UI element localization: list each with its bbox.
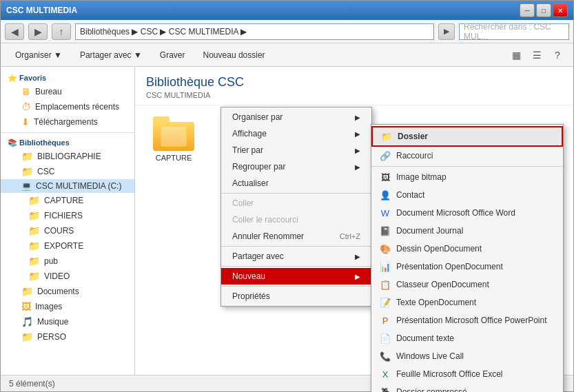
- sidebar-section-bibliotheques[interactable]: 📚 Bibliothèques: [1, 136, 134, 149]
- address-path[interactable]: Bibliothèques ▶ CSC ▶ CSC MULTIMEDIA ▶: [75, 23, 434, 40]
- sub-label-texte: Texte OpenDocument: [396, 298, 476, 307]
- ctx-coller-raccourci[interactable]: Coller le raccourci: [221, 212, 371, 228]
- title-bar-buttons: ─ □ ✕: [520, 3, 568, 17]
- sidebar-item-exporte[interactable]: 📁 EXPORTE: [1, 238, 134, 254]
- word-icon: W: [380, 207, 391, 218]
- content-subtitle: CSC MULTIMEDIA: [146, 91, 562, 99]
- sub-label-windows-live: Windows Live Call: [396, 351, 464, 361]
- sub-item-journal[interactable]: 📓 Document Journal: [371, 222, 563, 240]
- sub-item-bitmap[interactable]: 🖼 Image bitmap: [371, 168, 563, 186]
- sub-label-contact: Contact: [396, 190, 424, 200]
- raccourci-icon: 🔗: [380, 150, 391, 161]
- sub-item-contact[interactable]: 👤 Contact: [371, 186, 563, 204]
- sidebar-item-documents[interactable]: 📁 Documents: [1, 284, 134, 299]
- sub-label-dessin: Dessin OpenDocument: [396, 244, 482, 254]
- folder-submenu-icon: 📁: [381, 131, 392, 142]
- go-button[interactable]: ▶: [438, 23, 455, 40]
- back-button[interactable]: ◀: [5, 23, 24, 40]
- sub-item-excel[interactable]: X Feuille Microsoft Office Excel: [371, 365, 563, 383]
- sub-sep-1: [371, 166, 563, 167]
- sidebar-item-pub[interactable]: 📁 pub: [1, 254, 134, 269]
- toolbar: Organiser ▼ Partager avec ▼ Graver Nouve…: [1, 43, 573, 67]
- sub-label-powerpoint: Présentation Microsoft Office PowerPoint: [396, 316, 547, 325]
- ctx-organiser-par[interactable]: Organiser par▶: [221, 109, 371, 125]
- sub-label-bitmap: Image bitmap: [396, 172, 447, 182]
- sidebar-section-favoris[interactable]: ⭐ Favoris: [1, 71, 134, 84]
- sub-label-classeur: Classeur OpenDocument: [396, 280, 489, 289]
- ctx-annuler-renommer[interactable]: Annuler RenommerCtrl+Z: [221, 228, 371, 245]
- sub-label-raccourci: Raccourci: [396, 151, 433, 161]
- ctx-sep-2: [221, 246, 371, 247]
- sub-label-compresse: Dossier compressé: [396, 387, 467, 392]
- content-title: Bibliothèque CSC: [146, 75, 562, 90]
- doc-texte-icon: 📄: [380, 333, 391, 344]
- sidebar: ⭐ Favoris 🖥 Bureau ⏱ Emplacements récent…: [1, 67, 135, 375]
- sub-item-presentation-opendoc[interactable]: 📊 Présentation OpenDocument: [371, 258, 563, 276]
- toolbar-right: ▦ ☰ ?: [507, 47, 566, 63]
- view-list-button[interactable]: ☰: [528, 47, 546, 63]
- sidebar-item-perso[interactable]: 📁 PERSO: [1, 329, 134, 344]
- sidebar-item-csc[interactable]: 📁 CSC: [1, 164, 134, 179]
- sidebar-item-bibliographie[interactable]: 📁 BIBLIOGRAPHIE: [1, 149, 134, 164]
- ctx-partager-avec[interactable]: Partager avec▶: [221, 248, 371, 265]
- ctx-sep-1: [221, 193, 371, 194]
- file-label-capture: CAPTURE: [156, 154, 192, 162]
- ctx-regrouper-par[interactable]: Regrouper par▶: [221, 158, 371, 175]
- sub-item-dossier[interactable]: 📁 Dossier: [371, 126, 563, 147]
- ctx-affichage[interactable]: Affichage▶: [221, 125, 371, 142]
- sub-item-doc-texte[interactable]: 📄 Document texte: [371, 329, 563, 347]
- sub-label-word: Document Microsoft Office Word: [396, 208, 515, 218]
- minimize-button[interactable]: ─: [520, 3, 535, 17]
- classeur-icon: 📋: [380, 279, 391, 290]
- excel-icon: X: [380, 369, 391, 380]
- ctx-trier-par[interactable]: Trier par▶: [221, 142, 371, 158]
- sidebar-item-bureau[interactable]: 🖥 Bureau: [1, 84, 134, 99]
- address-bar: ◀ ▶ ↑ Bibliothèques ▶ CSC ▶ CSC MULTIMED…: [1, 20, 573, 43]
- sidebar-item-fichiers[interactable]: 📁 FICHIERS: [1, 208, 134, 223]
- ctx-nouveau[interactable]: Nouveau▶: [221, 268, 371, 285]
- sub-item-powerpoint[interactable]: P Présentation Microsoft Office PowerPoi…: [371, 311, 563, 329]
- submenu: 📁 Dossier 🔗 Raccourci 🖼 Image bitmap 👤 C…: [371, 124, 564, 392]
- ctx-coller[interactable]: Coller: [221, 195, 371, 212]
- windows-live-icon: 📞: [380, 351, 391, 362]
- file-item-capture[interactable]: CAPTURE: [146, 116, 201, 162]
- sub-label-journal: Document Journal: [396, 226, 463, 236]
- ctx-proprietes[interactable]: Propriétés: [221, 288, 371, 305]
- sidebar-item-capture[interactable]: 📁 CAPTURE: [1, 193, 134, 208]
- sub-label-doc-texte: Document texte: [396, 333, 454, 343]
- title-bar: CSC MULTIMEDIA ─ □ ✕: [1, 1, 573, 20]
- sub-item-word[interactable]: W Document Microsoft Office Word: [371, 204, 563, 222]
- dessin-icon: 🎨: [380, 243, 391, 254]
- ctx-actualiser[interactable]: Actualiser: [221, 175, 371, 192]
- graver-button[interactable]: Graver: [152, 46, 193, 64]
- sidebar-item-images[interactable]: 🖼 Images: [1, 299, 134, 314]
- sidebar-item-telechargements[interactable]: ⬇ Téléchargements: [1, 114, 134, 130]
- search-box[interactable]: Rechercher dans : CSC MUL...: [459, 23, 569, 40]
- sidebar-item-video[interactable]: 📁 VIDEO: [1, 269, 134, 284]
- up-button[interactable]: ↑: [52, 23, 71, 40]
- sub-item-windows-live[interactable]: 📞 Windows Live Call: [371, 347, 563, 365]
- view-grid-button[interactable]: ▦: [507, 47, 525, 63]
- sub-item-texte-opendoc[interactable]: 📝 Texte OpenDocument: [371, 293, 563, 311]
- sub-item-classeur[interactable]: 📋 Classeur OpenDocument: [371, 276, 563, 293]
- nouveau-button[interactable]: Nouveau dossier: [196, 46, 273, 64]
- close-button[interactable]: ✕: [553, 3, 568, 17]
- sidebar-item-cours[interactable]: 📁 COURS: [1, 223, 134, 238]
- sidebar-item-csc-multimedia[interactable]: 💻 CSC MULTIMEDIA (C:): [1, 179, 134, 193]
- sidebar-item-emplacements[interactable]: ⏱ Emplacements récents: [1, 99, 134, 114]
- maximize-button[interactable]: □: [536, 3, 551, 17]
- folder-icon-capture: [153, 116, 194, 151]
- sidebar-item-musique[interactable]: 🎵 Musique: [1, 314, 134, 329]
- ctx-sep-3: [221, 266, 371, 267]
- ctx-sep-4: [221, 286, 371, 287]
- organiser-button[interactable]: Organiser ▼: [8, 46, 70, 64]
- contact-icon: 👤: [380, 189, 391, 200]
- compresse-icon: 🗜: [380, 386, 391, 392]
- sub-label-excel: Feuille Microsoft Office Excel: [396, 369, 503, 379]
- help-button[interactable]: ?: [549, 47, 566, 63]
- partager-button[interactable]: Partager avec ▼: [72, 46, 150, 64]
- sub-item-dessin-opendoc[interactable]: 🎨 Dessin OpenDocument: [371, 240, 563, 258]
- forward-button[interactable]: ▶: [28, 23, 48, 40]
- sub-item-raccourci[interactable]: 🔗 Raccourci: [371, 147, 563, 165]
- sub-item-compresse[interactable]: 🗜 Dossier compressé: [371, 383, 563, 392]
